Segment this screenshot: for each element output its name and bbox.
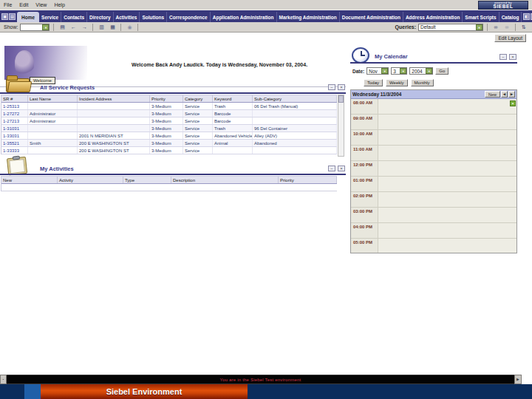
tab-contacts[interactable]: Contacts bbox=[61, 12, 87, 22]
tab-catalog[interactable]: Catalog bbox=[499, 12, 522, 22]
site-map-icon[interactable]: ▤ bbox=[58, 23, 66, 31]
edit-layout-button[interactable]: Edit Layout bbox=[494, 34, 526, 42]
tab-directory[interactable]: Directory bbox=[87, 12, 114, 22]
calendar-slot[interactable] bbox=[378, 130, 516, 145]
table-cell: 200 E WASHINGTON ST bbox=[78, 140, 150, 146]
button-monthly[interactable]: Monthly bbox=[411, 79, 434, 86]
calendar-slot[interactable] bbox=[378, 239, 516, 253]
table-cell bbox=[78, 125, 150, 132]
calendar-slot[interactable] bbox=[378, 99, 516, 114]
time-label: 12:00 PM bbox=[351, 161, 378, 176]
table-row[interactable]: 1-253133-MediumServiceTrash06 Del Trash … bbox=[1, 103, 337, 110]
table-row[interactable]: 1-35521Smith200 E WASHINGTON ST3-MediumS… bbox=[1, 140, 337, 147]
new-appointment-button[interactable]: New bbox=[485, 91, 500, 98]
close-icon[interactable]: × bbox=[509, 54, 516, 60]
query-icon[interactable]: ◉ bbox=[125, 23, 134, 31]
siebel-logo: powered by SIEBEL bbox=[478, 1, 528, 10]
column-header[interactable]: Keyword bbox=[213, 95, 253, 102]
column-header[interactable]: SR # bbox=[1, 95, 28, 102]
dropdown-arrow-icon[interactable]: ▼ bbox=[381, 68, 388, 74]
status-right-arrow-icon[interactable]: ▶ bbox=[514, 375, 522, 384]
column-header[interactable]: Incident Address bbox=[78, 95, 150, 102]
menu-edit[interactable]: Edit bbox=[19, 2, 28, 7]
tab-address-administration[interactable]: Address Administration bbox=[403, 12, 463, 22]
column-header[interactable]: Activity bbox=[58, 177, 123, 183]
menu-file[interactable]: File bbox=[4, 2, 12, 7]
calendar-slot[interactable] bbox=[378, 192, 516, 207]
day-select[interactable]: 3 ▼ bbox=[391, 67, 407, 75]
tab-document-administration[interactable]: Document Administration bbox=[340, 12, 403, 22]
column-header[interactable]: Description bbox=[171, 177, 279, 183]
column-header[interactable]: Sub-Category bbox=[253, 95, 337, 102]
tab-activities[interactable]: Activities bbox=[114, 12, 140, 22]
calendar-row: 08:00 AM bbox=[351, 99, 516, 115]
button-weekly[interactable]: Weekly bbox=[386, 79, 408, 86]
toolbar-separator bbox=[515, 24, 516, 31]
scroll-up-icon[interactable]: ▲ bbox=[510, 100, 516, 106]
screen-tab-bar: ▣ ▤ HomeServiceContactsDirectoryActiviti… bbox=[0, 10, 532, 22]
calendar-slot[interactable] bbox=[378, 161, 516, 176]
table-row[interactable]: 1-330312001 N MERIDIAN ST3-MediumService… bbox=[1, 132, 337, 140]
close-icon[interactable]: × bbox=[338, 84, 345, 90]
column-header[interactable]: Priority bbox=[279, 177, 337, 183]
menu-view[interactable]: View bbox=[35, 2, 47, 7]
column-header[interactable]: Category bbox=[183, 95, 213, 102]
table-row[interactable]: 1-27272Administrator3-MediumServiceBarco… bbox=[1, 110, 337, 117]
saved-query-icon[interactable]: ∞ bbox=[502, 23, 511, 31]
column-header[interactable]: Last Name bbox=[28, 95, 78, 102]
column-header[interactable]: Type bbox=[123, 177, 171, 183]
show-select[interactable]: ▼ bbox=[20, 24, 50, 31]
tab-application-administration[interactable]: Application Administration bbox=[211, 12, 277, 22]
show-label: Show: bbox=[4, 24, 18, 30]
close-icon[interactable]: × bbox=[338, 166, 345, 171]
sort-icon[interactable]: ⇅ bbox=[519, 23, 528, 31]
tab-solutions[interactable]: Solutions bbox=[140, 12, 167, 22]
table-row[interactable]: 1-27213Administrator3-MediumServiceBarco… bbox=[1, 117, 337, 125]
calendar-slot[interactable] bbox=[378, 223, 516, 238]
screens-icon[interactable]: ▤ bbox=[9, 13, 16, 20]
status-left-icon: ▪ bbox=[0, 375, 7, 384]
minimize-icon[interactable]: − bbox=[328, 166, 335, 171]
month-select[interactable]: Nov ▼ bbox=[366, 67, 389, 75]
column-header[interactable]: New bbox=[1, 177, 58, 183]
menu-help[interactable]: Help bbox=[54, 2, 64, 7]
application-icon[interactable]: ▣ bbox=[1, 13, 8, 20]
column-header[interactable]: Priority bbox=[150, 95, 183, 102]
scrollbar-thumb[interactable] bbox=[338, 95, 344, 103]
dropdown-arrow-icon[interactable]: ▼ bbox=[426, 68, 432, 74]
tab-correspondence[interactable]: Correspondence bbox=[167, 12, 211, 22]
forward-icon[interactable]: → bbox=[80, 23, 89, 31]
dropdown-arrow-icon[interactable]: ▼ bbox=[476, 24, 482, 30]
year-select[interactable]: 2004 ▼ bbox=[409, 67, 433, 75]
list-scrollbar[interactable] bbox=[338, 95, 344, 157]
calendar-slot[interactable] bbox=[378, 208, 516, 222]
dropdown-arrow-icon[interactable]: ▼ bbox=[42, 24, 49, 30]
toolbar-separator bbox=[92, 24, 93, 31]
queries-select[interactable]: Default ▼ bbox=[418, 24, 483, 31]
minimize-icon[interactable]: − bbox=[328, 84, 335, 90]
minimize-icon[interactable]: − bbox=[499, 54, 507, 60]
tab-service[interactable]: Service bbox=[39, 12, 61, 22]
next-day-icon[interactable]: ▶ bbox=[508, 91, 515, 98]
dropdown-arrow-icon[interactable]: ▼ bbox=[400, 68, 406, 74]
back-icon[interactable]: ← bbox=[69, 23, 78, 31]
new-record-icon[interactable]: ▥ bbox=[97, 23, 106, 31]
button-today[interactable]: Today bbox=[364, 79, 383, 86]
tab-overflow-icon[interactable]: ◧ bbox=[523, 13, 530, 20]
calendar-slot[interactable] bbox=[378, 115, 516, 129]
tab-home[interactable]: Home bbox=[17, 12, 39, 22]
table-cell: Administrator bbox=[28, 110, 78, 117]
calendar-slot[interactable] bbox=[378, 146, 516, 160]
binoculars-icon[interactable]: ∞ bbox=[491, 23, 500, 31]
previous-day-icon[interactable]: ◀ bbox=[501, 91, 508, 98]
year-value: 2004 bbox=[412, 69, 422, 74]
copy-record-icon[interactable]: ▦ bbox=[108, 23, 117, 31]
table-row[interactable]: 1-33333200 E WASHINGTON ST3-MediumServic… bbox=[1, 147, 337, 154]
calendar-slot[interactable] bbox=[378, 177, 516, 191]
tab-marketing-administration[interactable]: Marketing Administration bbox=[277, 12, 340, 22]
tab-smart-scripts[interactable]: Smart Scripts bbox=[463, 12, 499, 22]
go-button[interactable]: Go bbox=[435, 67, 449, 75]
welcome-button[interactable]: Welcome bbox=[30, 77, 55, 84]
table-row[interactable]: 1-310313-MediumServiceTrash96 Del Contai… bbox=[1, 125, 337, 132]
calendar-row: 01:00 PM bbox=[351, 177, 516, 192]
